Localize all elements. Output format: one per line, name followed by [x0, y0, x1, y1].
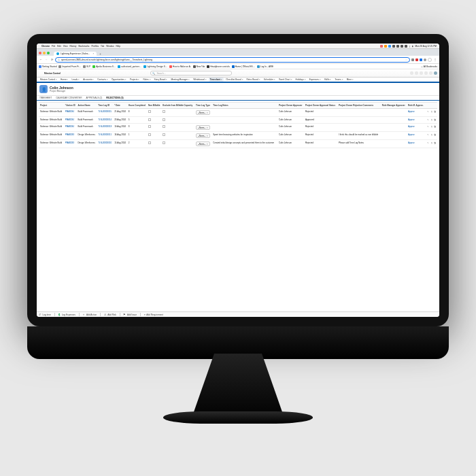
bookmark-item[interactable]: New Tab: [193, 65, 205, 68]
checkbox-icon[interactable]: [148, 125, 151, 128]
cell-action-id[interactable]: PMA0034: [64, 124, 77, 132]
menubar-item[interactable]: File: [52, 45, 55, 48]
checkbox-icon[interactable]: [163, 118, 165, 121]
column-header[interactable]: Non Billable: [148, 103, 162, 109]
cell-time-log-id[interactable]: TLN-00000010: [97, 140, 114, 148]
cell-time-log-id[interactable]: TLN-00000015: [97, 109, 114, 117]
picklist[interactable]: --None--▾: [196, 133, 210, 138]
cell-rm-approve-link[interactable]: Approv.: [407, 132, 426, 140]
picklist[interactable]: --None--▾: [196, 125, 210, 130]
delete-icon[interactable]: 🗑: [434, 110, 437, 113]
subtab-timesheet[interactable]: TIMESHEET: [39, 97, 52, 99]
edit-icon[interactable]: ✎: [427, 118, 430, 121]
utility-add-requirement[interactable]: ≡Add Requirement: [144, 313, 163, 316]
column-header[interactable]: * Action ID: [64, 103, 77, 109]
nav-item-opportunities[interactable]: Opportunities▾: [110, 78, 128, 82]
column-header[interactable]: Project Owner Rejection Comments: [338, 103, 381, 109]
cell-rm-approve-link[interactable]: Approv.: [407, 109, 426, 117]
menubar-item[interactable]: Bookmarks: [78, 45, 89, 48]
cell-type[interactable]: --None--▾: [195, 132, 212, 140]
back-button[interactable]: ←: [39, 58, 43, 62]
nav-item-gantt-chart[interactable]: Gantt Chart▾: [277, 78, 293, 82]
edit-icon[interactable]: ✎: [427, 125, 430, 128]
checkbox-icon[interactable]: [148, 118, 151, 121]
battery-icon[interactable]: ▮: [412, 45, 413, 48]
utility-add-risk[interactable]: ⚠Add Risk: [104, 313, 116, 316]
reload-button[interactable]: ⟳: [50, 58, 54, 62]
favorites-icon[interactable]: [410, 71, 413, 75]
cell-time-log-id[interactable]: TLN-00000011: [97, 132, 114, 140]
cell-exclude[interactable]: [162, 117, 195, 124]
nav-item-timesheet[interactable]: Timesheet▾: [209, 78, 224, 82]
column-header[interactable]: Hours Completed: [127, 103, 147, 109]
extension-icon[interactable]: [424, 58, 426, 61]
menubar-item[interactable]: History: [70, 45, 77, 48]
cell-non-billable[interactable]: [148, 132, 162, 140]
column-header[interactable]: Role M. Approv.: [407, 103, 426, 109]
cell-exclude[interactable]: [162, 132, 195, 140]
clone-icon[interactable]: ⎘: [430, 110, 433, 113]
nav-item-roles[interactable]: Roles▾: [141, 78, 152, 82]
status-icon[interactable]: [405, 45, 407, 48]
nav-item-accounts[interactable]: Accounts▾: [82, 78, 95, 82]
cell-exclude[interactable]: [162, 140, 195, 148]
column-header[interactable]: Exclude from Billable Capacity: [162, 103, 195, 109]
cell-action-id[interactable]: PMA0034: [64, 117, 77, 124]
column-header[interactable]: Project Owner Approver: [278, 103, 305, 109]
nav-item-skills[interactable]: Skills▾: [323, 78, 333, 82]
app-launcher-icon[interactable]: [39, 71, 42, 75]
status-icon[interactable]: [401, 45, 403, 48]
checkbox-icon[interactable]: [163, 110, 165, 113]
nav-item-story-board[interactable]: Story Board▾: [153, 78, 169, 82]
all-bookmarks-button[interactable]: ▭All Bookmarks: [421, 65, 437, 68]
tab-close-icon[interactable]: ×: [93, 52, 95, 55]
nav-item-contacts[interactable]: Contacts▾: [96, 78, 109, 82]
menubar-item[interactable]: Help: [116, 45, 121, 48]
clone-icon[interactable]: ⎘: [430, 133, 433, 136]
nav-item-more[interactable]: More▾: [345, 78, 355, 82]
cell-non-billable[interactable]: [148, 124, 162, 132]
clone-icon[interactable]: ⎘: [430, 141, 433, 144]
checkbox-icon[interactable]: [163, 133, 165, 136]
column-header[interactable]: * Date: [114, 103, 128, 109]
bookmark-folder[interactable]: Imported From Fi…: [58, 65, 81, 68]
utility-log-time[interactable]: ⏱Log time: [39, 313, 51, 316]
utility-log-expenses[interactable]: 💲Log Expenses: [58, 313, 75, 316]
delete-icon[interactable]: 🗑: [434, 141, 437, 144]
nav-item-scheduler[interactable]: Scheduler▾: [262, 78, 277, 82]
cell-exclude[interactable]: [162, 124, 195, 132]
cell-type[interactable]: [195, 117, 212, 124]
column-header[interactable]: Project: [39, 103, 64, 109]
status-icon[interactable]: [384, 45, 387, 48]
window-zoom-button[interactable]: [47, 52, 50, 54]
address-bar[interactable]: ⓘ speed-connect-3845-dev-ed.scratch.ligh…: [55, 57, 410, 63]
cell-time-log-id[interactable]: TLN-00000013: [97, 124, 114, 132]
checkbox-icon[interactable]: [148, 141, 151, 144]
nav-item-holidays[interactable]: Holidays▾: [294, 78, 307, 82]
bookmark-star-icon[interactable]: ☆: [405, 58, 407, 61]
edit-icon[interactable]: ✎: [427, 141, 430, 144]
picklist[interactable]: --None--▾: [196, 141, 210, 146]
cell-rm-approve-link[interactable]: Approv.: [407, 140, 426, 148]
column-header[interactable]: Time Log Notes: [212, 103, 278, 109]
extension-icon[interactable]: [415, 58, 418, 61]
menubar-item[interactable]: Profiles: [91, 45, 99, 48]
checkbox-icon[interactable]: [163, 125, 165, 128]
notifications-icon[interactable]: [429, 71, 432, 75]
window-close-button[interactable]: [39, 52, 41, 54]
profile-button[interactable]: [428, 58, 432, 62]
help-icon[interactable]: [420, 71, 423, 75]
cell-rm-approve-link[interactable]: Approv.: [407, 124, 426, 132]
clone-icon[interactable]: ⎘: [430, 125, 433, 128]
menubar-clock[interactable]: Mon 26 Aug 12:25 PM: [415, 45, 437, 48]
bookmark-folder[interactable]: SLP: [83, 65, 90, 68]
menubar-app[interactable]: Chrome: [41, 45, 50, 48]
chrome-menu-button[interactable]: ⋮: [433, 58, 437, 62]
cell-exclude[interactable]: [162, 109, 195, 117]
subtab-calendar[interactable]: CALENDAR CONVERTER: [56, 97, 82, 99]
wifi-icon[interactable]: ⋮: [409, 45, 411, 48]
global-search[interactable]: 🔍 Search…: [150, 71, 232, 75]
column-header[interactable]: Time Log ID: [97, 103, 114, 109]
bookmark-item[interactable]: Aprika Business S…: [92, 65, 116, 68]
bookmark-item[interactable]: Lightning Design S…: [143, 65, 167, 68]
